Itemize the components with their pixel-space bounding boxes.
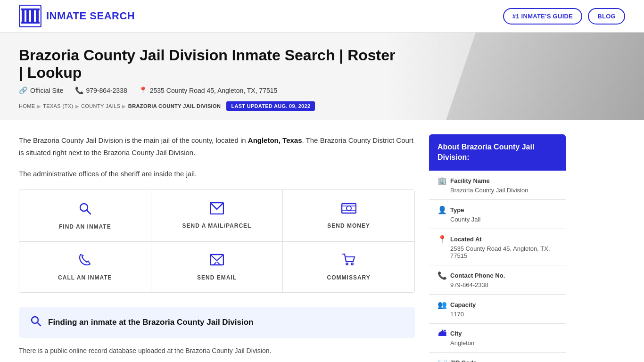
hero-content: Brazoria County Jail Division Inmate Sea… [19,47,625,111]
sidebar-card: About Brazoria County Jail Division: 🏢 F… [429,134,566,362]
finding-search-icon [30,315,41,329]
address-text: 2535 County Road 45, Angleton, TX, 77515 [150,87,278,94]
call-inmate-cell[interactable]: CALL AN INMATE [19,242,151,292]
sidebar-label-phone: 📞 Contact Phone No. [438,271,557,280]
mail-icon [210,202,224,218]
sidebar-header: About Brazoria County Jail Division: [429,134,566,171]
email-icon [210,253,224,270]
svg-line-8 [87,210,91,214]
breadcrumb-state[interactable]: TEXAS (TX) [43,103,74,109]
find-inmate-label: FIND AN INMATE [59,223,111,230]
sidebar-label-city: 🏙 City [438,329,557,338]
breadcrumb-sep-2: ▶ [75,104,79,109]
find-inmate-cell[interactable]: FIND AN INMATE [19,190,151,241]
breadcrumb-sep-3: ▶ [122,104,126,109]
header: INMATE SEARCH #1 INMATE'S GUIDE BLOG [0,0,644,33]
svg-rect-3 [31,9,34,23]
main-layout: The Brazoria County Jail Division is the… [0,120,644,362]
sidebar-value-phone: 979-864-2338 [438,281,557,288]
send-mail-cell[interactable]: SEND A MAIL/PARCEL [151,190,283,241]
svg-line-20 [37,322,41,326]
finding-section: Finding an inmate at the Brazoria County… [19,307,415,338]
breadcrumb-category[interactable]: COUNTY JAILS [81,103,120,109]
sidebar-facility-name: 🏢 Facility Name Brazoria County Jail Div… [429,171,566,200]
sidebar-zip: ✉️ ZIP Code 77515 [429,353,566,362]
sidebar-type: 👤 Type County Jail [429,200,566,229]
svg-rect-10 [342,204,356,213]
svg-point-18 [351,263,353,265]
commissary-label: COMMISSARY [327,274,371,281]
sidebar: About Brazoria County Jail Division: 🏢 F… [429,134,566,362]
people-icon: 👥 [438,300,447,309]
svg-rect-1 [22,9,25,23]
header-nav: #1 INMATE'S GUIDE BLOG [503,8,625,25]
send-mail-label: SEND A MAIL/PARCEL [182,222,252,229]
official-site-text[interactable]: Official Site [30,87,64,94]
sidebar-capacity: 👥 Capacity 1170 [429,295,566,324]
sidebar-label-facility: 🏢 Facility Name [438,176,557,185]
blog-button[interactable]: BLOG [588,8,625,25]
description-1: The Brazoria County Jail Division is the… [19,134,415,158]
person-icon: 👤 [438,206,447,214]
phone-small-icon: 📞 [438,271,447,280]
phone-item: 📞 979-864-2338 [75,86,127,95]
official-site-link[interactable]: 🔗 Official Site [19,86,64,95]
logo-icon [19,5,41,27]
location-icon: 📍 [139,86,148,95]
search-icon [78,201,92,219]
phone-icon: 📞 [75,86,84,95]
sidebar-label-location: 📍 Located At [438,235,557,244]
page-title: Brazoria County Jail Division Inmate Sea… [19,47,396,82]
action-row-2: CALL AN INMATE SEND EMAIL COMMISSARY [19,242,414,292]
sidebar-city: 🏙 City Angleton [429,324,566,353]
sidebar-value-facility: Brazoria County Jail Division [438,187,557,194]
hero-section: Brazoria County Jail Division Inmate Sea… [0,33,644,120]
phone-number: 979-864-2338 [86,87,127,94]
description-2: The administrative offices of the sherif… [19,168,415,180]
sidebar-label-capacity: 👥 Capacity [438,300,557,309]
money-icon [341,202,356,218]
send-money-label: SEND MONEY [327,222,370,229]
logo-text: INMATE SEARCH [46,10,135,22]
action-grid: FIND AN INMATE SEND A MAIL/PARCEL SEND M… [19,189,415,293]
desc-bold: Angleton, Texas [248,136,302,144]
send-email-label: SEND EMAIL [197,274,237,281]
sidebar-value-city: Angleton [438,339,557,346]
link-icon: 🔗 [19,86,28,95]
sidebar-phone: 📞 Contact Phone No. 979-864-2338 [429,265,566,295]
sidebar-value-location: 2535 County Road 45, Angleton, TX, 77515 [438,245,557,259]
breadcrumb: HOME ▶ TEXAS (TX) ▶ COUNTY JAILS ▶ BRAZO… [19,101,625,111]
send-email-cell[interactable]: SEND EMAIL [151,242,283,292]
last-updated-badge: LAST UPDATED AUG. 09, 2022 [226,101,315,111]
hero-meta: 🔗 Official Site 📞 979-864-2338 📍 2535 Co… [19,86,625,95]
send-money-cell[interactable]: SEND MONEY [283,190,414,241]
svg-rect-2 [26,9,29,23]
cart-icon [342,253,356,270]
breadcrumb-home[interactable]: HOME [19,103,35,109]
sidebar-value-capacity: 1170 [438,311,557,318]
address-item: 📍 2535 County Road 45, Angleton, TX, 775… [139,86,278,95]
envelope-icon: ✉️ [438,358,447,362]
logo-area: INMATE SEARCH [19,5,135,27]
svg-point-17 [346,263,348,265]
main-content: The Brazoria County Jail Division is the… [19,134,415,362]
desc-text-1: The Brazoria County Jail Division is the… [19,136,248,144]
call-icon [78,253,91,270]
sidebar-location: 📍 Located At 2535 County Road 45, Anglet… [429,229,566,265]
city-icon: 🏙 [438,329,447,338]
breadcrumb-current: BRAZORIA COUNTY JAIL DIVISION [128,103,221,109]
action-row-1: FIND AN INMATE SEND A MAIL/PARCEL SEND M… [19,190,414,242]
svg-rect-5 [21,8,40,10]
svg-rect-6 [21,22,40,24]
sidebar-label-zip: ✉️ ZIP Code [438,358,557,362]
location-pin-icon: 📍 [438,235,447,244]
finding-desc: There is a public online record database… [19,346,415,356]
svg-point-11 [347,206,351,211]
svg-rect-4 [36,9,39,23]
commissary-cell[interactable]: COMMISSARY [283,242,414,292]
guide-button[interactable]: #1 INMATE'S GUIDE [503,8,583,25]
finding-title: Finding an inmate at the Brazoria County… [48,318,253,327]
call-inmate-label: CALL AN INMATE [58,274,112,281]
sidebar-label-type: 👤 Type [438,206,557,214]
sidebar-value-type: County Jail [438,216,557,223]
